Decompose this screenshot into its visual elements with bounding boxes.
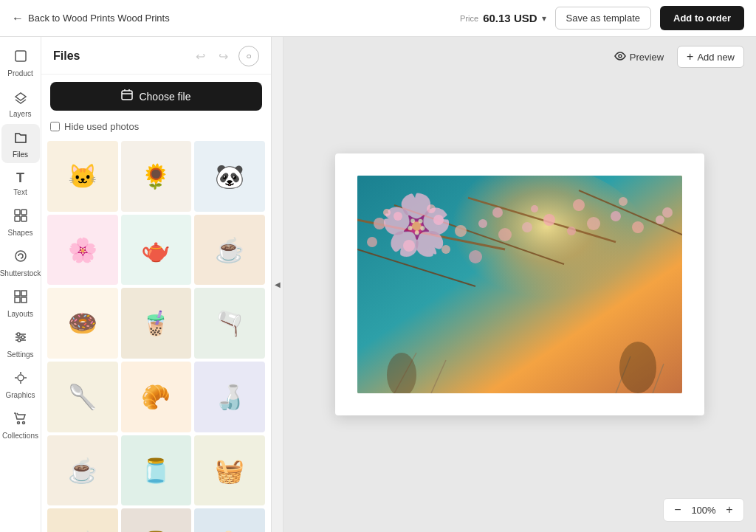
shapes-label: Shapes [8,229,33,237]
files-actions: Choose file [41,75,271,118]
svg-point-32 [455,225,467,237]
svg-point-38 [587,217,600,230]
svg-point-37 [567,227,576,235]
svg-point-58 [619,342,656,393]
choose-file-button[interactable]: Choose file [50,82,262,111]
file-thumb-10[interactable]: 🥄 [47,362,118,432]
svg-rect-7 [21,291,27,296]
price-group: Price 60.13 USD ▾ [460,12,546,24]
canvas-area: Preview + Add new [284,37,756,532]
svg-point-30 [410,221,423,234]
text-label: Text [13,188,27,196]
svg-point-42 [367,237,377,247]
file-thumb-13[interactable]: ☕ [47,435,118,506]
file-thumb-1[interactable]: 🐱 [47,141,118,212]
file-thumb-18[interactable]: 🍺 [194,508,265,532]
canvas-top-actions: Preview + Add new [608,46,744,68]
price-dropdown-icon[interactable]: ▾ [542,13,546,24]
svg-point-48 [492,207,503,218]
sidebar-item-settings[interactable]: Settings [1,324,40,363]
svg-point-18 [22,422,24,424]
back-label: Back to Wood Prints Wood Prints [28,13,170,24]
svg-rect-3 [15,216,20,221]
text-icon: T [16,170,24,186]
svg-point-15 [18,339,21,342]
plus-icon: + [687,50,693,63]
svg-rect-6 [15,291,20,296]
file-thumb-7[interactable]: 🍩 [47,288,118,359]
preview-button[interactable]: Preview [608,46,670,68]
files-grid: 🐱🌻🐼🌸🫖☕🍩🧋🫗🥄🥐🍶☕🫙🧺☕🫙🍺📜☕🎨 [47,141,265,532]
svg-point-50 [573,199,585,211]
svg-point-41 [656,215,664,224]
file-thumb-15[interactable]: 🧺 [194,435,265,506]
crop-button[interactable]: ○ [238,46,259,66]
svg-point-44 [441,245,450,254]
save-template-button[interactable]: Save as template [555,7,651,30]
zoom-value: 100% [690,505,717,516]
back-link[interactable]: ← Back to Wood Prints Wood Prints [12,12,170,25]
add-new-button[interactable]: + Add new [677,46,744,68]
file-thumb-4[interactable]: 🌸 [47,215,118,286]
files-panel: Files ↩ ↪ ○ Choose file Hide used photos [41,37,272,532]
redo-button[interactable]: ↪ [216,46,231,66]
file-thumb-2[interactable]: 🌻 [121,141,192,212]
canvas-wrapper [335,153,704,415]
file-thumb-17[interactable]: 🫙 [121,508,192,532]
zoom-in-button[interactable]: + [721,502,738,518]
collapse-panel-handle[interactable]: ◀ [272,37,284,532]
svg-point-16 [18,375,24,381]
product-label: Product [7,69,32,77]
undo-button[interactable]: ↩ [193,46,208,66]
file-thumb-6[interactable]: ☕ [194,215,265,286]
svg-point-34 [498,228,512,241]
sidebar-item-collections[interactable]: Collections [1,405,40,444]
sidebar-item-shapes[interactable]: Shapes [1,202,40,241]
sidebar-item-product[interactable]: Product [1,43,40,82]
svg-rect-2 [21,210,27,215]
file-thumb-14[interactable]: 🫙 [121,435,192,506]
topbar: ← Back to Wood Prints Wood Prints Price … [0,0,756,37]
eye-icon [614,50,626,64]
shutterstock-icon [13,249,28,267]
zoom-out-button[interactable]: − [670,502,686,518]
hide-used-row: Hide used photos [41,118,271,138]
svg-point-49 [531,205,538,213]
svg-point-43 [403,240,415,252]
svg-point-28 [374,218,385,229]
sidebar-item-files[interactable]: Files [1,124,40,163]
sidebar-item-shutterstock[interactable]: Shutterstock [1,243,40,282]
settings-icon [13,330,28,348]
svg-point-36 [543,214,555,226]
svg-point-33 [478,219,487,228]
files-grid-container[interactable]: 🐱🌻🐼🌸🫖☕🍩🧋🫗🥄🥐🍶☕🫙🧺☕🫙🍺📜☕🎨 [41,138,271,532]
canvas-image[interactable] [357,176,682,393]
sidebar-item-layouts[interactable]: Layouts [1,283,40,322]
file-thumb-3[interactable]: 🐼 [194,141,265,212]
svg-point-47 [427,204,436,213]
sidebar-item-layers[interactable]: Layers [1,83,40,122]
sidebar-item-graphics[interactable]: Graphics [1,365,40,404]
add-to-order-button[interactable]: Add to order [660,6,744,30]
svg-point-31 [433,215,444,225]
file-thumb-11[interactable]: 🥐 [121,362,192,432]
graphics-icon [13,370,28,389]
svg-point-13 [17,333,20,336]
svg-point-20 [619,55,622,58]
svg-rect-8 [15,297,20,303]
svg-point-45 [469,250,482,263]
upload-icon [121,89,133,103]
file-thumb-5[interactable]: 🫖 [121,215,192,286]
svg-rect-4 [21,216,27,221]
svg-rect-1 [15,210,20,215]
file-thumb-12[interactable]: 🍶 [194,362,265,432]
file-thumb-8[interactable]: 🧋 [121,288,192,359]
collections-label: Collections [2,432,38,440]
hide-used-label[interactable]: Hide used photos [64,121,139,132]
sidebar-item-text[interactable]: T Text [1,165,40,201]
product-icon [13,49,28,67]
file-thumb-9[interactable]: 🫗 [194,288,265,359]
layers-label: Layers [9,110,31,118]
hide-used-checkbox[interactable] [50,122,60,131]
file-thumb-16[interactable]: ☕ [47,508,118,532]
